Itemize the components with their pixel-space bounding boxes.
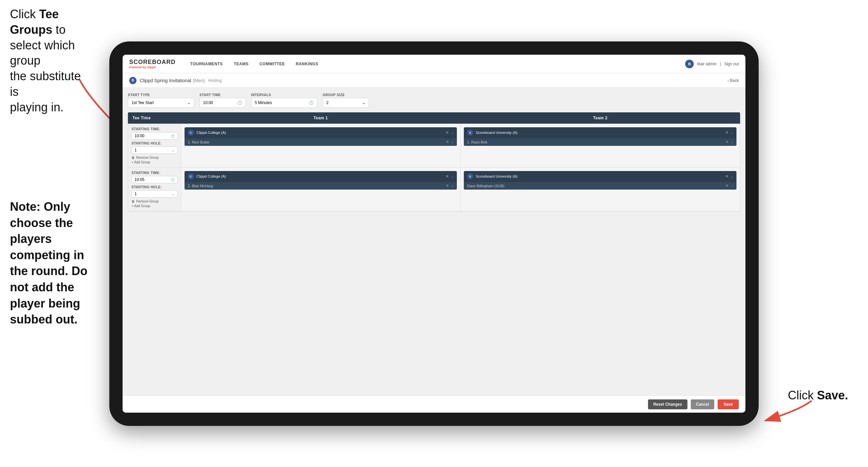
start-time-input[interactable]: 10:00 🕐: [199, 98, 246, 108]
team-arr-g2t2[interactable]: ⌄: [731, 175, 733, 178]
group-size-field: Group Size 2 ⌄: [323, 93, 369, 108]
team-name-g2t2: Scoreboard University (A): [476, 174, 725, 178]
remove-group-label-1: Remove Group: [136, 156, 159, 159]
group1-left: STARTING TIME: 10:00 🕐 STARTING HOLE: 1 …: [128, 124, 181, 167]
player-x-g1t1p1[interactable]: ✕: [446, 140, 449, 144]
nav-committee[interactable]: COMMITTEE: [255, 60, 289, 68]
starting-time-value-1: 10:00: [134, 134, 145, 138]
sign-out-link[interactable]: Sign out: [724, 62, 739, 66]
intervals-icon: 🕐: [309, 100, 314, 105]
tournament-gender: (Men): [193, 78, 205, 83]
team-close-g2t1[interactable]: ✕: [445, 174, 449, 179]
starting-time-input-2[interactable]: 10:05 🕐: [131, 176, 178, 183]
subheader-logo: B: [129, 77, 136, 84]
start-type-value: 1st Tee Start: [131, 100, 154, 105]
team-close-g1t2[interactable]: ✕: [725, 130, 728, 135]
starting-time-input-1[interactable]: 10:00 🕐: [131, 132, 178, 140]
nav-tournaments[interactable]: TOURNAMENTS: [186, 60, 227, 68]
navbar: SCOREBOARD Powered by clippd TOURNAMENTS…: [123, 55, 745, 73]
team-arr-g1t2[interactable]: ⌄: [731, 131, 733, 135]
logo-subtitle: Powered by clippd: [129, 66, 176, 69]
start-time-label: Start Time: [199, 93, 246, 97]
team-entry-g2t1[interactable]: C Clippd College (A) ✕ ⌄ 2. Blair McHarg: [185, 171, 457, 189]
player-x-g1t2p1[interactable]: ✕: [725, 140, 728, 144]
username-label: blair admin: [697, 62, 717, 66]
bottom-bar: Reset Changes Cancel Save: [123, 396, 745, 413]
start-type-input[interactable]: 1st Tee Start ⌄: [128, 98, 194, 108]
nav-teams[interactable]: TEAMS: [229, 60, 253, 68]
starting-time-label-2: STARTING TIME:: [131, 171, 178, 175]
player-entry-g1t1p1[interactable]: 1. Rich Butler ✕ ⌄: [185, 138, 457, 146]
player-entry-g1t2p1[interactable]: 1. Rees Britt ✕ ⌄: [464, 138, 737, 146]
player-arr-g1t2p1[interactable]: ⌄: [731, 140, 733, 144]
tee-groups-bold: Tee Groups: [10, 7, 59, 36]
add-group-label-2: + Add Group: [131, 204, 150, 208]
team-icon-g1t2: S: [467, 129, 473, 136]
team-name-g1t1: Clippd College (A): [196, 130, 445, 135]
starting-time-value-2: 10:05: [134, 177, 145, 182]
start-time-field: Start Time 10:00 🕐: [199, 93, 246, 108]
remove-icon-1: 🗑: [131, 156, 135, 159]
team-entry-header-g1t1: C Clippd College (A) ✕ ⌄: [185, 127, 457, 138]
player-controls-g1t2p1: ✕ ⌄: [725, 140, 733, 144]
remove-group-label-2: Remove Group: [136, 200, 159, 203]
add-group-1[interactable]: + Add Group: [131, 160, 178, 164]
reset-changes-button[interactable]: Reset Changes: [648, 399, 687, 409]
add-group-2[interactable]: + Add Group: [131, 204, 178, 208]
group-size-chevron: ⌄: [362, 100, 365, 105]
back-button[interactable]: ‹ Back: [727, 78, 739, 83]
player-arr-g1t1p1[interactable]: ⌄: [451, 140, 454, 144]
tee-groups-container: STARTING TIME: 10:00 🕐 STARTING HOLE: 1 …: [128, 124, 740, 212]
hole-chevron-1: ⌄: [171, 148, 175, 152]
player-x-g2t2p1[interactable]: ✕: [725, 184, 728, 188]
remove-group-2[interactable]: 🗑 Remove Group: [131, 200, 178, 203]
start-type-field: Start Type 1st Tee Start ⌄: [128, 93, 194, 108]
team-close-g2t2[interactable]: ✕: [725, 174, 728, 179]
team1-col-header: Team 1: [181, 112, 461, 124]
player-entry-g2t1p1[interactable]: 2. Blair McHarg ✕ ⌄: [185, 182, 457, 189]
clock-icon-2: 🕐: [170, 178, 175, 182]
team-controls-g2t1: ✕ ⌄: [445, 174, 454, 179]
group1-team2: S Scoreboard University (A) ✕ ⌄ 1. Rees …: [461, 124, 740, 167]
team-controls-g1t2: ✕ ⌄: [725, 130, 733, 135]
player-x-g2t1p1[interactable]: ✕: [446, 184, 449, 188]
table-row: STARTING TIME: 10:05 🕐 STARTING HOLE: 1 …: [128, 168, 740, 211]
starting-hole-input-2[interactable]: 1 ⌄: [131, 190, 178, 198]
group-size-input[interactable]: 2 ⌄: [323, 98, 369, 108]
team-arr-g1t1[interactable]: ⌄: [451, 131, 454, 135]
pipe-separator: |: [720, 62, 721, 66]
config-row: Start Type 1st Tee Start ⌄ Start Time 10…: [128, 93, 740, 108]
player-entry-g2t2p1[interactable]: Dave Billingham (SUB) ✕ ⌄: [464, 182, 737, 189]
group2-actions: 🗑 Remove Group + Add Group: [131, 200, 178, 208]
start-time-value: 10:00: [203, 100, 213, 105]
remove-group-1[interactable]: 🗑 Remove Group: [131, 156, 178, 159]
group-size-value: 2: [326, 100, 329, 105]
intervals-field: Intervals 5 Minutes 🕐: [251, 93, 317, 108]
logo-area: SCOREBOARD Powered by clippd: [129, 59, 176, 69]
team-name-g2t1: Clippd College (A): [196, 174, 445, 178]
starting-hole-value-1: 1: [134, 148, 137, 152]
nav-links: TOURNAMENTS TEAMS COMMITTEE RANKINGS: [186, 60, 685, 68]
team-close-g1t1[interactable]: ✕: [445, 130, 449, 135]
player-arr-g2t1p1[interactable]: ⌄: [451, 184, 454, 188]
player-name-g2t1p1: 2. Blair McHarg: [188, 184, 446, 188]
save-button[interactable]: Save: [718, 399, 739, 409]
team-entry-g1t2[interactable]: S Scoreboard University (A) ✕ ⌄ 1. Rees …: [464, 127, 737, 146]
player-controls-g2t2p1: ✕ ⌄: [725, 184, 733, 188]
team-entry-g1t1[interactable]: C Clippd College (A) ✕ ⌄ 1. Rich Butler: [185, 127, 457, 146]
player-arr-g2t2p1[interactable]: ⌄: [731, 184, 733, 188]
player-name-g1t1p1: 1. Rich Butler: [188, 140, 446, 144]
table-header: Tee Time Team 1 Team 2: [128, 112, 740, 124]
nav-rankings[interactable]: RANKINGS: [291, 60, 323, 68]
starting-hole-input-1[interactable]: 1 ⌄: [131, 146, 178, 154]
team-entry-g2t2[interactable]: S Scoreboard University (A) ✕ ⌄ Dave Bil…: [464, 171, 737, 189]
add-group-label-1: + Add Group: [131, 160, 150, 164]
cancel-button[interactable]: Cancel: [691, 399, 714, 409]
team-controls-g1t1: ✕ ⌄: [445, 130, 454, 135]
team-arr-g2t1[interactable]: ⌄: [451, 175, 454, 178]
player-name-g2t2p1: Dave Billingham (SUB): [467, 184, 725, 188]
clock-icon-1: 🕐: [170, 134, 175, 138]
group2-team1: C Clippd College (A) ✕ ⌄ 2. Blair McHarg: [181, 168, 461, 211]
intervals-input[interactable]: 5 Minutes 🕐: [251, 98, 317, 108]
subheader: B Clippd Spring Invitational (Men) Hosti…: [123, 73, 745, 88]
